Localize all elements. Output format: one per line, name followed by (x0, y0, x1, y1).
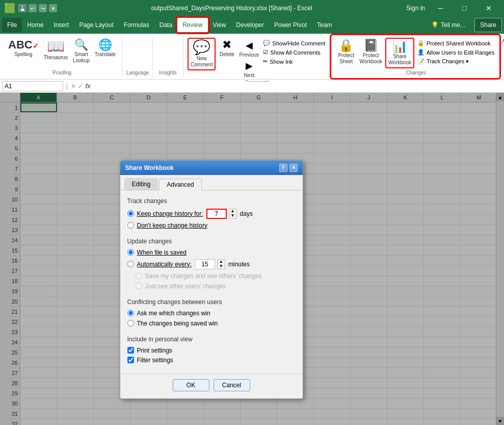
name-box[interactable] (2, 81, 63, 91)
ask-me-label: Ask me which changes win (137, 310, 210, 317)
print-settings-checkbox[interactable] (127, 347, 134, 354)
modal-help-icon[interactable]: ? (279, 164, 287, 172)
protect-sheet-label: ProtectSheet (338, 53, 354, 65)
keep-history-row: Keep change history for: ▲ ▼ days (127, 209, 296, 219)
modal-title-icons: ? ✕ (279, 164, 298, 172)
modal-titlebar: Share Workbook ? ✕ (120, 161, 303, 175)
protect-workbook-button[interactable]: 📓 ProtectWorkbook (357, 38, 384, 66)
menu-developer[interactable]: Developer (231, 18, 269, 32)
show-hide-comment-label: Show/Hide Comment (272, 40, 325, 46)
allow-users-icon: 👤 (417, 49, 425, 56)
proofing-items: ABC✓ Spelling 📖 Thesaurus 🔍 SmartLookup … (6, 37, 118, 70)
ribbon-group-comments: 💬 NewComment ✖ Delete ◀ Previous ▶ Next (183, 36, 332, 78)
tab-editing[interactable]: Editing (124, 178, 158, 190)
confirm-formula-icon[interactable]: ✓ (78, 83, 83, 90)
auto-radio[interactable] (127, 261, 134, 267)
spelling-button[interactable]: ABC✓ Spelling (6, 38, 41, 59)
previous-label: Previous (239, 52, 259, 58)
sign-in-button[interactable]: Sign in (406, 5, 425, 12)
allow-users-edit-button[interactable]: 👤 Allow Users to Edit Ranges (415, 48, 496, 57)
minutes-down-arrow[interactable]: ▼ (218, 264, 225, 269)
share-workbook-icon: 📊 (392, 40, 408, 53)
title-bar-icons: 💾 ↩ ↪ ▾ (18, 4, 57, 12)
formula-input[interactable] (93, 82, 502, 91)
formula-bar: | ✕ ✓ fx (0, 80, 504, 93)
minutes-spinner-group: ▲ ▼ (195, 259, 225, 269)
share-workbook-label: ShareWorkbook (388, 54, 411, 66)
menu-data[interactable]: Data (154, 18, 177, 32)
days-spinner-arrows[interactable]: ▲ ▼ (229, 209, 237, 219)
previous-comment-button[interactable]: ◀ Previous (238, 39, 260, 59)
translate-button[interactable]: 🌐 Translate (93, 38, 118, 59)
undo-icon[interactable]: ↩ (29, 4, 37, 12)
changes-side-group: 🔒 Protect Shared Workbook 👤 Allow Users … (415, 38, 496, 66)
show-hide-comment-button[interactable]: 💬 Show/Hide Comment (261, 39, 327, 47)
changes-group-label: Changes (336, 70, 496, 77)
insert-function-icon[interactable]: fx (85, 83, 91, 90)
saved-wins-radio[interactable] (127, 320, 134, 327)
minutes-input[interactable] (195, 259, 215, 269)
show-ink-button[interactable]: ✏ Show Ink (261, 57, 327, 66)
update-changes-section-label: Update changes (127, 238, 296, 245)
minimize-button[interactable]: ─ (429, 0, 452, 16)
modal-title: Share Workbook (125, 164, 174, 171)
thesaurus-label: Thesaurus (44, 55, 68, 61)
ok-button[interactable]: OK (173, 379, 209, 391)
share-button[interactable]: Share (474, 18, 502, 32)
days-down-arrow[interactable]: ▼ (229, 214, 236, 218)
redo-icon[interactable]: ↪ (39, 4, 47, 12)
save-others-row: Save my changes and see others' changes (136, 272, 296, 280)
tab-advanced[interactable]: Advanced (159, 179, 201, 190)
translate-icon: 🌐 (98, 39, 112, 51)
ribbon-group-insights: Insights (153, 36, 183, 78)
show-all-comments-button[interactable]: ☑ Show All Comments (261, 48, 327, 57)
smart-lookup-button[interactable]: 🔍 SmartLookup (71, 38, 92, 65)
show-ink-icon: ✏ (263, 58, 268, 65)
comments-items: 💬 NewComment ✖ Delete ◀ Previous ▶ Next (188, 37, 327, 80)
show-hide-comment-icon: 💬 (263, 40, 270, 46)
ribbon-collapse-button[interactable]: ∧ (499, 36, 504, 46)
customize-qat-icon[interactable]: ▾ (49, 4, 57, 12)
protect-sheet-button[interactable]: 🔒 ProtectSheet (336, 38, 356, 66)
next-comment-button[interactable]: ▶ Next (238, 59, 260, 80)
just-see-radio[interactable] (136, 283, 142, 289)
menu-power-pivot[interactable]: Power Pivot (269, 18, 312, 32)
save-others-radio[interactable] (136, 272, 142, 279)
ask-me-radio[interactable] (127, 310, 134, 316)
keep-history-radio[interactable] (127, 210, 134, 217)
menu-page-layout[interactable]: Page Layout (74, 18, 118, 32)
menu-formulas[interactable]: Formulas (119, 18, 154, 32)
cancel-button[interactable]: Cancel (214, 379, 250, 391)
changes-items: 🔒 ProtectSheet 📓 ProtectWorkbook 📊 Share… (336, 37, 496, 70)
close-button[interactable]: ✕ (477, 0, 500, 16)
track-changes-button[interactable]: 📝 Track Changes ▾ (415, 57, 496, 66)
minutes-spinner-arrows[interactable]: ▲ ▼ (217, 259, 225, 269)
cancel-formula-icon[interactable]: ✕ (71, 83, 76, 90)
menu-home[interactable]: Home (22, 18, 48, 32)
when-saved-radio[interactable] (127, 249, 134, 256)
menu-view[interactable]: View (208, 18, 231, 32)
modal-close-icon[interactable]: ✕ (289, 164, 298, 172)
menu-team[interactable]: Team (312, 18, 337, 32)
share-workbook-button[interactable]: 📊 ShareWorkbook (385, 38, 414, 68)
no-history-radio[interactable] (127, 222, 134, 229)
when-saved-row: When file is saved (127, 249, 296, 256)
tell-me-field[interactable]: 💡 Tell me... (426, 18, 470, 32)
thesaurus-button[interactable]: 📖 Thesaurus (42, 38, 70, 62)
new-comment-button[interactable]: 💬 NewComment (188, 38, 216, 70)
title-bar-right: Sign in ─ □ ✕ (406, 0, 500, 16)
auto-label: Automatically every: (137, 261, 192, 268)
days-label: days (240, 210, 253, 217)
thesaurus-icon: 📖 (47, 39, 65, 54)
allow-users-label: Allow Users to Edit Ranges (427, 49, 494, 56)
ribbon-group-proofing: ABC✓ Spelling 📖 Thesaurus 🔍 SmartLookup … (2, 36, 122, 78)
menu-review[interactable]: Review (177, 18, 207, 32)
save-icon[interactable]: 💾 (18, 4, 26, 12)
protect-shared-workbook-button[interactable]: 🔒 Protect Shared Workbook (415, 39, 496, 47)
filter-settings-checkbox[interactable] (127, 357, 134, 363)
menu-file[interactable]: File (2, 18, 22, 32)
maximize-button[interactable]: □ (453, 0, 476, 16)
menu-insert[interactable]: Insert (48, 18, 74, 32)
delete-comment-button[interactable]: ✖ Delete (217, 38, 237, 59)
days-input[interactable] (206, 209, 227, 219)
